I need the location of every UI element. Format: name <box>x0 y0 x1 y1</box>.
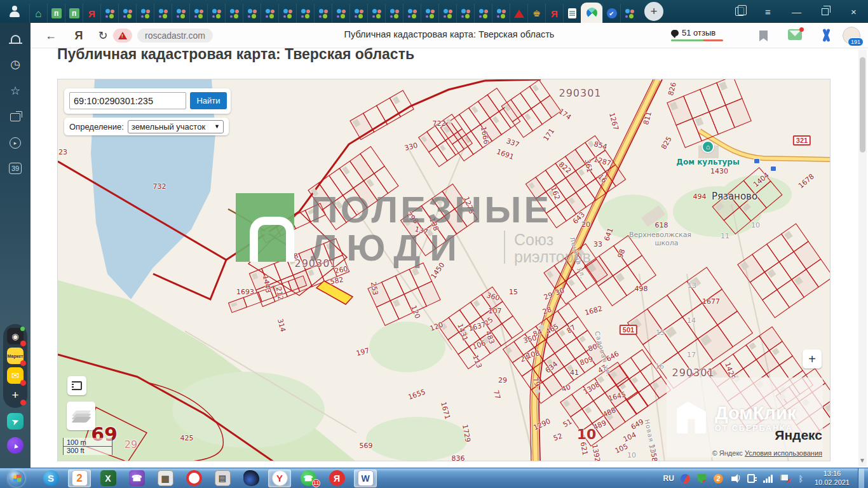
power-icon[interactable] <box>746 473 757 484</box>
browser-tab-dots[interactable] <box>243 4 261 23</box>
collections-button[interactable] <box>0 106 31 128</box>
minimize-button[interactable]: — <box>782 0 811 23</box>
browser-tab-dots[interactable] <box>349 4 367 23</box>
language-indicator[interactable]: RU <box>663 474 674 483</box>
browser-tab-dots[interactable] <box>118 4 136 23</box>
security-warning-badge[interactable] <box>113 29 132 43</box>
taskbar-app-excel[interactable]: X <box>97 470 119 487</box>
browser-tab-dots[interactable] <box>367 4 385 23</box>
browser-tab-p[interactable]: п <box>47 4 65 23</box>
browser-tab-dots[interactable] <box>154 4 172 23</box>
network-signal-icon[interactable] <box>763 473 773 484</box>
media-button[interactable]: ▸ <box>0 132 31 154</box>
yandex-logo-button[interactable]: Я <box>70 27 88 44</box>
mail-app-icon[interactable]: ✉ <box>7 367 24 384</box>
taskbar-app-word[interactable]: W <box>354 470 377 487</box>
browser-tab-dots[interactable] <box>620 4 638 23</box>
definition-select[interactable]: земельный участок ▼ <box>128 120 224 133</box>
browser-tab-eagle[interactable]: ♚ <box>527 4 545 23</box>
browser-tab-dots[interactable] <box>136 4 154 23</box>
reviews-widget[interactable]: 51 отзыв <box>671 28 723 41</box>
browser-tab-dots[interactable] <box>314 4 332 23</box>
culture-house-poi-icon[interactable]: ⌂ <box>702 140 714 153</box>
back-button[interactable]: ← <box>42 27 60 44</box>
scrollbar-thumb[interactable] <box>860 57 865 152</box>
url-field[interactable]: roscadastr.com <box>137 29 213 43</box>
zoom-in-button[interactable]: + <box>803 349 822 369</box>
browser-tab-dots[interactable] <box>385 4 403 23</box>
restore-button[interactable] <box>811 0 839 23</box>
taskbar-app-calc[interactable]: ▦ <box>154 470 177 487</box>
clock[interactable]: 13:16 10.02.2021 <box>815 470 850 487</box>
ybrowser-icon: Y <box>272 470 288 486</box>
page-scrollbar[interactable]: ▼ <box>858 50 867 466</box>
taskbar-app-gis[interactable]: 2 <box>68 470 91 487</box>
mail-icon[interactable] <box>788 29 802 40</box>
browser-tab-ya[interactable]: Я <box>545 4 563 23</box>
taskbar-app-mouse[interactable] <box>240 470 262 487</box>
taskbar-app-whatsapp[interactable]: ☎11 <box>297 470 320 487</box>
taskbar-app-skype[interactable]: S <box>39 470 62 487</box>
side-panel-button[interactable] <box>725 0 754 23</box>
volume-icon[interactable] <box>729 473 740 484</box>
add-app-icon[interactable]: + <box>7 387 24 403</box>
taskbar-app-fax[interactable]: ▤ <box>211 470 234 487</box>
browser-tab-dots[interactable] <box>261 4 278 23</box>
browser-tab-dots[interactable] <box>296 4 314 23</box>
search-button[interactable]: Найти <box>190 92 227 109</box>
history-button[interactable]: ◷ <box>0 53 31 75</box>
layers-button[interactable] <box>67 402 95 430</box>
scroll-down-arrow[interactable]: ▼ <box>859 457 865 464</box>
protect-ribbon-icon[interactable] <box>822 29 829 41</box>
browser-tab-p[interactable]: п <box>65 4 83 23</box>
bluetooth-icon[interactable]: ᛒ <box>796 473 806 484</box>
browser-tab-dots[interactable] <box>207 4 225 23</box>
browser-tab-dots[interactable] <box>278 4 296 23</box>
browser-tab-dots[interactable] <box>225 4 243 23</box>
cadastral-map[interactable]: 7222373233016663371691174171822854128736… <box>57 79 831 461</box>
bookmark-flag-icon[interactable] <box>759 30 768 41</box>
reload-button[interactable]: ↻ <box>94 27 112 44</box>
zen-app-icon[interactable]: ◉ <box>7 328 24 344</box>
browser-tab-dots[interactable] <box>172 4 189 23</box>
browser-tab-dots[interactable] <box>332 4 349 23</box>
notifications-button[interactable] <box>0 28 31 50</box>
search-input[interactable] <box>69 92 186 109</box>
menu-button[interactable]: ≡ <box>754 0 782 23</box>
new-tab-button[interactable]: + <box>644 2 663 21</box>
browser-tab-doc[interactable] <box>563 4 581 23</box>
start-button[interactable] <box>5 469 28 488</box>
close-button[interactable]: × <box>839 0 868 23</box>
tab-counter-button[interactable]: 39 <box>0 158 31 179</box>
messenger-app-icon[interactable]: ➤ <box>7 413 24 430</box>
browser-tab-dots[interactable] <box>189 4 207 23</box>
taskbar-app-ybrowser[interactable]: Y <box>268 470 291 487</box>
bookmarks-button[interactable]: ☆ <box>0 80 31 102</box>
browser-tab-dots[interactable] <box>421 4 438 23</box>
market-app-icon[interactable]: Маркет <box>7 348 24 364</box>
avatar[interactable]: 191 <box>843 27 860 44</box>
2gis-tray-icon[interactable]: 2 <box>713 473 724 484</box>
browser-tab-dots[interactable] <box>474 4 492 23</box>
antivirus-tray-icon[interactable] <box>696 473 707 484</box>
browser-tab-dots[interactable] <box>438 4 456 23</box>
taskbar-app-opera[interactable] <box>182 470 205 487</box>
terms-link[interactable]: Условия использования <box>745 449 822 457</box>
browser-tab-home[interactable]: ⌂ <box>29 4 47 23</box>
taskbar-app-yandex[interactable]: Я <box>325 470 348 487</box>
browser-tab-dots[interactable] <box>456 4 474 23</box>
browser-tab-tri[interactable] <box>510 4 527 23</box>
browser-tab-ya[interactable]: Я <box>83 4 100 23</box>
alice-app-icon[interactable]: ▲ <box>7 437 24 454</box>
browser-tab-check[interactable]: ✔ <box>602 4 620 23</box>
browser-tab-pin[interactable] <box>581 3 602 23</box>
ccleaner-tray-icon[interactable] <box>680 473 691 484</box>
browser-tab-dots[interactable] <box>100 4 118 23</box>
browser-tab-dots[interactable] <box>403 4 421 23</box>
show-desktop-button[interactable] <box>858 468 864 488</box>
browser-tab-dots[interactable] <box>492 4 510 23</box>
measure-button[interactable] <box>67 376 86 395</box>
action-center-flag-icon[interactable] <box>779 473 790 484</box>
taskbar-app-viber[interactable]: ☎ <box>125 470 148 487</box>
profile-button[interactable] <box>0 0 29 23</box>
